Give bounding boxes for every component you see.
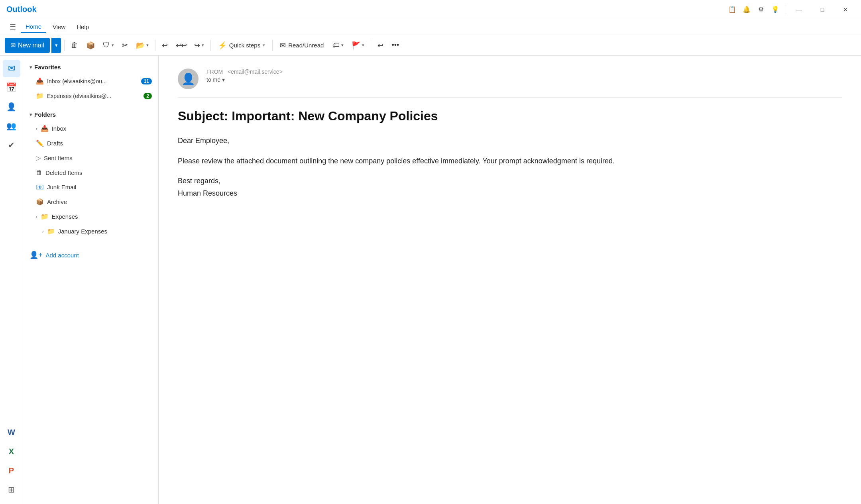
lightbulb-icon[interactable]: 💡 bbox=[771, 5, 780, 14]
email-meta: FROM <email@mail.service> to me ▾ bbox=[206, 69, 283, 83]
toolbar-sep-1 bbox=[64, 40, 65, 51]
expenses-badge: 2 bbox=[144, 93, 152, 99]
move-button[interactable]: 📂 ▾ bbox=[133, 38, 152, 53]
sidebar-item-expenses-favorites[interactable]: 📁 Expenses (elviaatkins@... 2 bbox=[23, 88, 158, 103]
delete-icon: 🗑 bbox=[71, 41, 78, 49]
more-icon: ••• bbox=[391, 41, 399, 49]
email-content: 👤 FROM <email@mail.service> to me ▾ Subj… bbox=[159, 56, 861, 504]
undo-button[interactable]: ↩ bbox=[374, 38, 387, 53]
to-line[interactable]: to me ▾ bbox=[206, 76, 283, 83]
sticky-note-icon[interactable]: 📋 bbox=[727, 5, 737, 14]
junk-button[interactable]: 🛡 ▾ bbox=[100, 38, 117, 53]
nav-icon-apps[interactable]: ⊞ bbox=[3, 481, 20, 498]
avatar: 👤 bbox=[178, 69, 199, 89]
avatar-icon: 👤 bbox=[181, 73, 195, 86]
folders-section[interactable]: ▾ Folders bbox=[23, 108, 158, 121]
reply-all-button[interactable]: ↩↩ bbox=[173, 38, 189, 53]
hamburger-icon: ☰ bbox=[10, 23, 16, 31]
lightning-icon: ⚡ bbox=[218, 41, 227, 50]
sidebar-item-deleted[interactable]: 🗑 Deleted Items bbox=[23, 165, 158, 180]
tag-icon: 🏷 bbox=[332, 41, 340, 49]
forward-icon: ↪ bbox=[194, 41, 200, 50]
undo-icon: ↩ bbox=[377, 41, 383, 50]
sidebar-item-archive[interactable]: 📦 Archive bbox=[23, 194, 158, 209]
nav-icon-groups[interactable]: 👥 bbox=[3, 117, 20, 135]
sidebar-item-sent[interactable]: ▷ Sent Items bbox=[23, 151, 158, 165]
envelope-icon: ✉ bbox=[280, 41, 286, 50]
sidebar-item-drafts[interactable]: ✏️ Drafts bbox=[23, 136, 158, 151]
mail-icon: ✉ bbox=[10, 41, 16, 49]
inbox-badge: 11 bbox=[141, 78, 152, 84]
bell-icon[interactable]: 🔔 bbox=[742, 5, 751, 14]
chevron-down-icon: ▾ bbox=[29, 65, 32, 70]
nav-icon-people[interactable]: 👤 bbox=[3, 98, 20, 116]
toolbar-sep-5 bbox=[371, 40, 371, 51]
menu-help[interactable]: Help bbox=[72, 21, 94, 33]
menu-view[interactable]: View bbox=[48, 21, 70, 33]
sidebar-item-inbox-favorites[interactable]: 📥 Inbox (elviaatkins@ou... 11 bbox=[23, 74, 158, 88]
archive-button[interactable]: 📦 bbox=[83, 38, 98, 53]
junk-icon: 📧 bbox=[36, 183, 44, 191]
to-dropdown-icon: ▾ bbox=[222, 76, 225, 83]
tag-button[interactable]: 🏷 ▾ bbox=[329, 38, 347, 53]
email-body: Dear Employee, Please review the attache… bbox=[178, 135, 842, 199]
new-mail-button[interactable]: ✉ New mail bbox=[5, 38, 50, 53]
sidebar-item-inbox[interactable]: › 📥 Inbox bbox=[23, 121, 158, 136]
nav-icon-tasks[interactable]: ✔ bbox=[3, 136, 20, 154]
hamburger-button[interactable]: ☰ bbox=[6, 21, 19, 33]
sidebar: ▾ Favorites 📥 Inbox (elviaatkins@ou... 1… bbox=[23, 56, 159, 504]
email-closing: Best regards, Human Resources bbox=[178, 175, 842, 199]
minimize-button[interactable]: — bbox=[790, 3, 808, 16]
menu-home[interactable]: Home bbox=[21, 21, 46, 33]
close-button[interactable]: ✕ bbox=[836, 3, 855, 16]
from-line: FROM <email@mail.service> bbox=[206, 69, 283, 75]
reply-icon: ↩ bbox=[162, 41, 168, 50]
chevron-right-icon: › bbox=[36, 126, 37, 131]
chevron-right-icon: › bbox=[36, 214, 37, 219]
nav-icon-calendar[interactable]: 📅 bbox=[3, 79, 20, 96]
expenses-folder-icon: 📁 bbox=[41, 213, 49, 220]
sidebar-item-junk[interactable]: 📧 Junk Email bbox=[23, 180, 158, 194]
reply-button[interactable]: ↩ bbox=[159, 38, 171, 53]
favorites-section[interactable]: ▾ Favorites bbox=[23, 61, 158, 74]
chevron-right-icon: › bbox=[42, 229, 44, 234]
reply-all-icon: ↩↩ bbox=[176, 41, 186, 50]
add-account-icon: 👤+ bbox=[29, 251, 43, 259]
toolbar-sep-3 bbox=[210, 40, 211, 51]
maximize-button[interactable]: □ bbox=[813, 3, 832, 16]
nav-icon-powerpoint[interactable]: P bbox=[3, 462, 20, 479]
nav-icon-mail[interactable]: ✉ bbox=[3, 60, 20, 77]
quick-steps-button[interactable]: ⚡ Quick steps ▾ bbox=[214, 38, 269, 53]
flag-button[interactable]: 🚩 ▾ bbox=[348, 38, 368, 53]
move-icon: 📂 bbox=[136, 41, 145, 50]
nav-icons: ✉ 📅 👤 👥 ✔ W X P ⊞ bbox=[0, 56, 23, 504]
delete-button[interactable]: 🗑 bbox=[68, 38, 81, 53]
read-unread-button[interactable]: ✉ Read/Unread bbox=[276, 38, 328, 53]
chevron-down-icon: ▾ bbox=[202, 43, 204, 48]
january-expenses-folder-icon: 📁 bbox=[47, 227, 55, 235]
sidebar-item-expenses[interactable]: › 📁 Expenses bbox=[23, 209, 158, 224]
email-paragraph: Please review the attached document outl… bbox=[178, 155, 842, 167]
nav-icon-word[interactable]: W bbox=[3, 424, 20, 441]
shield-icon: 🛡 bbox=[103, 41, 110, 49]
title-bar: Outlook 📋 🔔 ⚙ 💡 — □ ✕ bbox=[0, 0, 861, 19]
nav-icon-excel[interactable]: X bbox=[3, 443, 20, 460]
toolbar: ✉ New mail ▾ 🗑 📦 🛡 ▾ ✂ 📂 ▾ ↩ ↩↩ ↪ ▾ ⚡ Qu… bbox=[0, 35, 861, 56]
forward-button[interactable]: ↪ ▾ bbox=[191, 38, 207, 53]
email-subject: Subject: Important: New Company Policies bbox=[178, 109, 842, 124]
sweep-button[interactable]: ✂ bbox=[119, 38, 131, 53]
archive-icon: 📦 bbox=[86, 41, 95, 50]
settings-icon[interactable]: ⚙ bbox=[756, 5, 766, 14]
more-button[interactable]: ••• bbox=[388, 38, 402, 53]
toolbar-sep-2 bbox=[155, 40, 155, 51]
sidebar-item-january-expenses[interactable]: › 📁 January Expenses bbox=[23, 224, 158, 239]
chevron-down-icon: ▾ bbox=[29, 112, 32, 118]
drafts-icon: ✏️ bbox=[36, 139, 44, 147]
toolbar-sep-4 bbox=[272, 40, 273, 51]
new-mail-dropdown-button[interactable]: ▾ bbox=[51, 38, 61, 53]
sweep-icon: ✂ bbox=[122, 41, 128, 50]
email-header: 👤 FROM <email@mail.service> to me ▾ bbox=[178, 69, 842, 98]
add-account-button[interactable]: 👤+ Add account bbox=[23, 247, 158, 263]
menu-bar: ☰ Home View Help bbox=[0, 19, 861, 35]
chevron-down-icon: ▾ bbox=[112, 43, 114, 48]
